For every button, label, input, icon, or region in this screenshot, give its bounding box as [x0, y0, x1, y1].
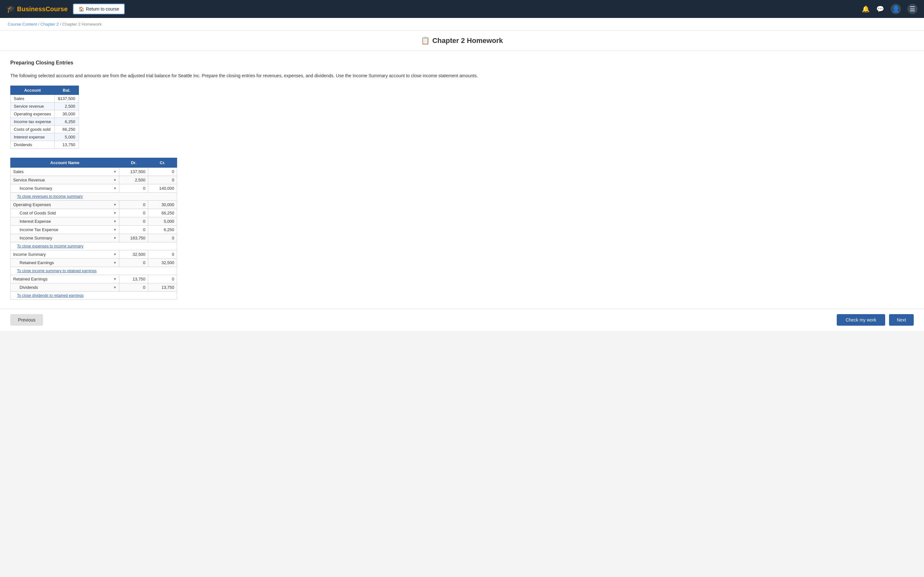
logo-icon: 🎓 [6, 5, 15, 13]
journal-cr: 0 [148, 275, 177, 284]
check-button[interactable]: Check my work [837, 314, 885, 326]
journal-account[interactable]: Retained Earnings ▼ [11, 259, 120, 267]
journal-row: Dividends ▼ 0 13,750 [11, 284, 177, 292]
chevron-down-icon: ▼ [113, 261, 116, 264]
balance-row: Sales $137,500 [11, 95, 79, 103]
chevron-down-icon: ▼ [113, 187, 116, 190]
balance-amount: 30,000 [55, 110, 79, 118]
journal-cr: 13,750 [148, 284, 177, 292]
journal-memo: To close income summary to retained earn… [11, 267, 177, 275]
balance-amount: $137,500 [55, 95, 79, 103]
journal-row: To close expenses to income summary [11, 242, 177, 250]
bell-icon[interactable]: 🔔 [862, 5, 870, 13]
journal-dr: 163,750 [120, 234, 148, 242]
balance-row: Service revenue 2,500 [11, 103, 79, 110]
journal-account[interactable]: Income Summary ▼ [11, 234, 120, 242]
journal-account[interactable]: Income Summary ▼ [11, 184, 120, 193]
journal-cr: 32,500 [148, 259, 177, 267]
journal-cr: 0 [148, 250, 177, 259]
journal-memo: To close revenues to income summary [11, 193, 177, 201]
journal-row: Interest Expense ▼ 0 5,000 [11, 218, 177, 226]
chevron-down-icon: ▼ [113, 219, 116, 223]
balance-row: Income tax expense 6,250 [11, 118, 79, 126]
footer-right: Check my work Next [837, 314, 914, 326]
journal-header-dr: Dr. [120, 158, 148, 168]
balance-account: Costs of goods sold [11, 126, 55, 133]
journal-cr: 0 [148, 176, 177, 184]
prev-button[interactable]: Previous [10, 314, 43, 326]
journal-dr: 13,750 [120, 275, 148, 284]
breadcrumb-course-content[interactable]: Course Content [8, 22, 37, 27]
journal-account[interactable]: Interest Expense ▼ [11, 218, 120, 226]
journal-row: Sales ▼ 137,500 0 [11, 168, 177, 176]
journal-account[interactable]: Retained Earnings ▼ [11, 275, 120, 284]
balance-amount: 5,000 [55, 133, 79, 141]
breadcrumb-chapter2[interactable]: Chapter 2 [40, 22, 59, 27]
journal-row: Operating Expenses ▼ 0 30,000 [11, 201, 177, 209]
balance-row: Interest expense 5,000 [11, 133, 79, 141]
journal-row: Income Tax Expense ▼ 0 6,250 [11, 226, 177, 234]
journal-cr: 5,000 [148, 218, 177, 226]
page-title: Chapter 2 Homework [432, 37, 503, 45]
section-title: Preparing Closing Entries [10, 60, 914, 66]
balance-account: Interest expense [11, 133, 55, 141]
balance-amount: 13,750 [55, 141, 79, 149]
journal-account[interactable]: Income Tax Expense ▼ [11, 226, 120, 234]
chat-icon[interactable]: 💬 [876, 5, 884, 13]
journal-cr: 140,000 [148, 184, 177, 193]
balance-amount: 66,250 [55, 126, 79, 133]
journal-dr: 2,500 [120, 176, 148, 184]
journal-cr: 30,000 [148, 201, 177, 209]
breadcrumb-homework: Chapter 2 Homework [62, 22, 102, 27]
chevron-down-icon: ▼ [113, 203, 116, 206]
next-button[interactable]: Next [889, 314, 914, 326]
navbar: 🎓 BusinessCourse 🏠 Return to course 🔔 💬 … [0, 0, 924, 18]
journal-cr: 6,250 [148, 226, 177, 234]
menu-icon[interactable]: ☰ [907, 4, 918, 14]
balance-row: Operating expenses 30,000 [11, 110, 79, 118]
breadcrumb-sep2: / [60, 22, 62, 27]
journal-table: Account Name Dr. Cr. Sales ▼ 137,500 0 S… [10, 158, 177, 300]
journal-cr: 66,250 [148, 209, 177, 218]
return-label: Return to course [86, 6, 120, 11]
balance-row: Costs of goods sold 66,250 [11, 126, 79, 133]
chevron-down-icon: ▼ [113, 178, 116, 182]
balance-row: Dividends 13,750 [11, 141, 79, 149]
journal-row: Income Summary ▼ 32,500 0 [11, 250, 177, 259]
journal-account[interactable]: Service Revenue ▼ [11, 176, 120, 184]
journal-dr: 0 [120, 226, 148, 234]
journal-account[interactable]: Sales ▼ [11, 168, 120, 176]
return-to-course-button[interactable]: 🏠 Return to course [73, 3, 125, 15]
balance-account: Income tax expense [11, 118, 55, 126]
journal-row: Retained Earnings ▼ 13,750 0 [11, 275, 177, 284]
journal-cr: 0 [148, 234, 177, 242]
journal-dr: 32,500 [120, 250, 148, 259]
journal-row: Income Summary ▼ 163,750 0 [11, 234, 177, 242]
journal-account[interactable]: Dividends ▼ [11, 284, 120, 292]
journal-row: Income Summary ▼ 0 140,000 [11, 184, 177, 193]
chevron-down-icon: ▼ [113, 228, 116, 231]
logo[interactable]: 🎓 BusinessCourse [6, 5, 68, 13]
journal-account[interactable]: Income Summary ▼ [11, 250, 120, 259]
journal-account[interactable]: Cost of Goods Sold ▼ [11, 209, 120, 218]
chevron-down-icon: ▼ [113, 253, 116, 256]
journal-header-cr: Cr. [148, 158, 177, 168]
chevron-down-icon: ▼ [113, 277, 116, 281]
balance-header-account: Account [11, 86, 55, 95]
journal-cr: 0 [148, 168, 177, 176]
journal-dr: 137,500 [120, 168, 148, 176]
balance-amount: 2,500 [55, 103, 79, 110]
balance-header-bal: Bal. [55, 86, 79, 95]
footer-left: Previous [10, 314, 43, 326]
journal-account[interactable]: Operating Expenses ▼ [11, 201, 120, 209]
journal-dr: 0 [120, 284, 148, 292]
user-icon[interactable]: 👤 [891, 4, 901, 14]
balance-account: Operating expenses [11, 110, 55, 118]
journal-dr: 0 [120, 218, 148, 226]
journal-dr: 0 [120, 209, 148, 218]
logo-text: BusinessCourse [17, 5, 68, 13]
home-icon: 🏠 [79, 6, 84, 11]
breadcrumb: Course Content / Chapter 2 / Chapter 2 H… [0, 18, 924, 31]
main-content: Preparing Closing Entries The following … [0, 51, 924, 309]
balance-account: Service revenue [11, 103, 55, 110]
